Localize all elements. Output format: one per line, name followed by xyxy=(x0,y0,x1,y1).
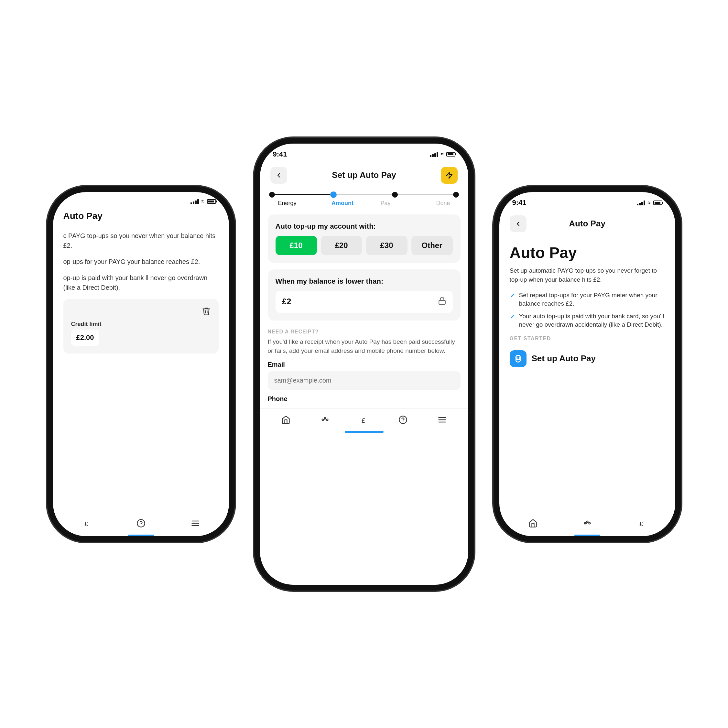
right-status-icons: ≈ xyxy=(637,200,662,206)
right-signal-icon xyxy=(637,200,645,205)
center-nav-help[interactable] xyxy=(395,413,411,426)
right-battery-icon xyxy=(653,200,662,205)
center-nav-activity[interactable] xyxy=(317,413,333,426)
left-status-icons: ≈ xyxy=(191,199,216,204)
step-label-amount: Amount xyxy=(321,200,364,206)
amount-btn-30[interactable]: £30 xyxy=(366,236,407,255)
svg-marker-6 xyxy=(446,172,452,179)
left-body-2: op-ups for your PAYG your balance reache… xyxy=(63,257,219,266)
signal-icon xyxy=(191,199,199,204)
right-wifi-icon: ≈ xyxy=(648,200,651,206)
step-line-2 xyxy=(336,194,392,195)
right-page-title: Auto Pay xyxy=(569,219,606,229)
check-text-1: Set repeat top-ups for your PAYG meter w… xyxy=(519,291,665,308)
right-back-button[interactable] xyxy=(510,216,526,232)
left-nav-header: Auto Pay xyxy=(53,208,229,225)
phone-label: Phone xyxy=(268,395,460,403)
delete-icon[interactable] xyxy=(202,307,211,318)
progress-dots-row xyxy=(269,191,459,198)
balance-card: When my balance is lower than: £2 xyxy=(268,269,460,321)
receipt-text: If you'd like a receipt when your Auto P… xyxy=(268,337,460,356)
setup-btn-label: Set up Auto Pay xyxy=(532,353,596,364)
left-phone-content: c PAYG top-ups so you never when your ba… xyxy=(53,225,229,512)
left-bottom-nav: £ xyxy=(53,512,229,536)
left-page-title: Auto Pay xyxy=(63,211,102,221)
right-nav-header: Auto Pay xyxy=(499,210,675,237)
amount-card: Auto top-up my account with: £10 £20 £30… xyxy=(268,214,460,263)
check-icon-2: ✓ xyxy=(510,313,515,321)
right-time: 9:41 xyxy=(512,199,526,207)
step-dot-pay xyxy=(392,192,398,197)
get-started-divider xyxy=(510,345,665,345)
scene: ≈ Auto Pay c PAYG top-ups so you never w… xyxy=(0,0,728,728)
step-dot-done xyxy=(453,192,459,197)
amount-card-title: Auto top-up my account with: xyxy=(275,222,453,231)
svg-rect-7 xyxy=(439,300,445,304)
wifi-icon: ≈ xyxy=(202,199,204,204)
right-bottom-nav: £ xyxy=(499,512,675,536)
nav-help-icon[interactable] xyxy=(133,517,149,530)
left-body-1: c PAYG top-ups so you never when your ba… xyxy=(63,231,219,250)
center-status-bar: 9:41 ≈ xyxy=(260,144,468,162)
amount-btn-other[interactable]: Other xyxy=(411,236,453,255)
email-input[interactable] xyxy=(268,371,460,390)
step-label-energy: Energy xyxy=(278,200,321,206)
step-label-pay: Pay xyxy=(364,200,407,206)
center-time: 9:41 xyxy=(273,150,287,159)
center-flash-button[interactable] xyxy=(441,167,457,184)
setup-btn-icon xyxy=(510,350,526,367)
credit-limit-card-header xyxy=(71,307,211,318)
right-status-bar: 9:41 ≈ xyxy=(499,192,675,210)
center-status-icons: ≈ xyxy=(430,151,455,157)
center-wifi-icon: ≈ xyxy=(441,151,444,157)
svg-text:£: £ xyxy=(639,520,643,528)
center-battery-icon xyxy=(446,152,455,156)
credit-limit-label: Credit limit xyxy=(71,321,211,327)
step-dot-energy xyxy=(269,192,275,197)
amount-options: £10 £20 £30 Other xyxy=(275,236,453,255)
battery-icon xyxy=(207,199,216,204)
left-body-3: op-up is paid with your bank ll never go… xyxy=(63,273,219,292)
phone-center: 9:41 ≈ Set up Auto Pay xyxy=(254,138,474,590)
balance-card-title: When my balance is lower than: xyxy=(275,277,453,286)
center-back-button[interactable] xyxy=(271,167,287,184)
progress-labels: Energy Amount Pay Done xyxy=(269,198,459,211)
check-icon-1: ✓ xyxy=(510,292,515,300)
credit-limit-card: Credit limit £2.00 xyxy=(63,299,219,353)
step-line-3 xyxy=(398,194,453,195)
phone-left: ≈ Auto Pay c PAYG top-ups so you never w… xyxy=(47,186,235,542)
check-text-2: Your auto top-up is paid with your bank … xyxy=(519,312,665,329)
center-bottom-nav: £ xyxy=(260,408,468,433)
svg-text:£: £ xyxy=(84,520,88,528)
lock-icon xyxy=(438,297,446,307)
right-nav-home[interactable] xyxy=(525,517,541,530)
right-nav-activity[interactable] xyxy=(579,517,595,530)
center-nav-home[interactable] xyxy=(278,413,294,426)
center-nav-header: Set up Auto Pay xyxy=(260,162,468,189)
center-nav-title: Set up Auto Pay xyxy=(332,170,396,180)
step-label-done: Done xyxy=(407,200,450,206)
amount-btn-20[interactable]: £20 xyxy=(321,236,362,255)
amount-btn-10[interactable]: £10 xyxy=(275,236,317,255)
center-signal-icon xyxy=(430,152,438,157)
nav-pound-icon[interactable]: £ xyxy=(79,517,95,530)
receipt-section: NEED A RECEIPT? If you'd like a receipt … xyxy=(268,329,460,405)
receipt-label: NEED A RECEIPT? xyxy=(268,329,460,335)
balance-value: £2 xyxy=(282,297,291,307)
get-started-label: GET STARTED xyxy=(510,336,665,341)
progress-container: Energy Amount Pay Done xyxy=(260,189,468,211)
credit-limit-value: £2.00 xyxy=(71,330,99,346)
right-nav-pound[interactable]: £ xyxy=(633,517,650,530)
setup-autopay-button[interactable]: Set up Auto Pay xyxy=(510,350,665,367)
step-line-1 xyxy=(275,194,330,195)
nav-menu-icon[interactable] xyxy=(187,517,203,530)
right-body: Set up automatic PAYG top-ups so you nev… xyxy=(510,266,665,284)
check-item-1: ✓ Set repeat top-ups for your PAYG meter… xyxy=(510,291,665,308)
check-item-2: ✓ Your auto top-up is paid with your ban… xyxy=(510,312,665,329)
center-nav-menu[interactable] xyxy=(434,413,450,426)
balance-input-row: £2 xyxy=(275,291,453,313)
svg-text:£: £ xyxy=(362,416,366,424)
right-phone-content: Auto Pay Set up automatic PAYG top-ups s… xyxy=(499,237,675,512)
right-main-title: Auto Pay xyxy=(510,244,665,262)
center-nav-pound[interactable]: £ xyxy=(356,413,372,426)
